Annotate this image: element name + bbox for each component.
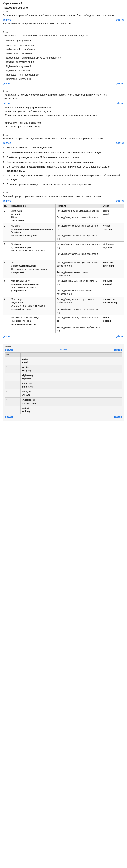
answer-num: 3	[5, 373, 21, 381]
row-answer: boring bored	[101, 208, 124, 223]
col-header-answer: Ответ	[101, 204, 124, 208]
row-sentence: Это была пугающая история. Я был напуган…	[10, 242, 55, 260]
row-num: 3	[3, 242, 10, 260]
row-rule: Речь идёт об истории, значит добавляем -…	[56, 242, 101, 260]
rule-example-ed: Я чувствую: прилагательное +ed	[5, 121, 124, 125]
watermark-5d: gdz.top	[116, 335, 124, 338]
vocab-item: embarrassing - неловкий	[4, 52, 124, 56]
answer-watermarks-bottom: gdz.top gdz.top	[5, 415, 122, 418]
step-4-watermarks: gdz.top gdz.top	[3, 142, 124, 144]
answer-val: interested interesting	[20, 381, 122, 390]
step-1-label: 1 шаг	[3, 10, 124, 13]
row-rule: Речь идёт о человеке и чувствах, значит …	[56, 260, 101, 278]
step-2-watermarks: gdz.top gdz.top	[3, 82, 124, 85]
col-header-num: №	[3, 204, 10, 208]
sentence-item: 7Ты в восторге из-за каникул? Нью-Йорк э…	[3, 182, 124, 186]
step-2-text: Познакомься со списком полезной лексики,…	[3, 34, 124, 38]
vocab-list: annoyed - раздражённый annoying - раздра…	[3, 38, 124, 81]
row-sentence: Ты в восторге из-за каникул? Нью-Йорк эт…	[10, 315, 55, 334]
answer-val: boring bored	[20, 357, 122, 365]
col-header-sentence: Предложение	[10, 204, 55, 208]
step-3: 3 шаг Познакомься с грамматическими прав…	[3, 90, 124, 128]
step-3-label: 3 шаг	[3, 90, 124, 92]
row-num: 7	[3, 315, 10, 334]
row-answer: annoying annoyed	[101, 278, 124, 297]
watermark-1a: gdz.top	[3, 18, 11, 21]
rule-example-ing: Это было: прилагательное +ing	[5, 125, 124, 129]
vocab-item: frightened - испуганный	[4, 64, 124, 68]
answer-val: frightening frightened	[20, 373, 122, 381]
step-1-watermarks: gdz.top gdz.top	[3, 18, 124, 21]
answer-num: 7	[5, 406, 21, 414]
step-5-watermarks: gdz.top gdz.top	[3, 199, 124, 202]
vocab-item: annoying - раздражающий	[4, 43, 124, 47]
table-row: 7 Ты в восторге из-за каникул? Нью-Йорк …	[3, 315, 124, 334]
sentence-item: 4Она интересуется музыкой. Она думает, ч…	[3, 160, 124, 164]
row-sentence: Моя сестра смущается. Она становится кра…	[10, 297, 55, 315]
vocab-item: frightening - пугающий	[4, 68, 124, 72]
row-answer: frightening frightened	[101, 242, 124, 260]
answer-val: worried worrying	[20, 365, 122, 373]
watermark-1b: gdz.top	[116, 18, 124, 21]
watermark-4b: gdz.top	[116, 142, 124, 144]
watermark-ans-b: gdz.top	[114, 348, 122, 351]
vocab-item: interesting - интересный	[4, 77, 124, 81]
answer-val: excited exciting	[20, 406, 122, 414]
step-3-watermarks: gdz.top gdz.top	[3, 102, 124, 104]
rule-title: Окончание -ed и -ing у прилагательных.	[5, 106, 124, 110]
answer-col-val	[20, 352, 122, 357]
watermark-3b: gdz.top	[116, 102, 124, 104]
sentence-item: 6Моя сестра смущается, когда она встреча…	[3, 174, 124, 182]
answer-row: 2 worried worrying	[5, 365, 122, 373]
watermark-4a: gdz.top	[3, 142, 11, 144]
step-5-watermarks-bottom: gdz.top gdz.top	[3, 335, 124, 338]
answer-row: 4 interested interesting	[5, 381, 122, 390]
step-2-label: 2 шаг	[3, 31, 124, 33]
watermark-ans-d: gdz.top	[114, 415, 122, 418]
sentence-item: 2Мы были взволнованы из-за пропавшей соб…	[3, 151, 124, 155]
row-answer: interested interesting	[101, 260, 124, 278]
page-title: Упражнение 2 Подробное решение	[3, 2, 124, 9]
watermark-ans-c: gdz.top	[5, 415, 13, 418]
vocab-item: interested - заинтересованный	[4, 73, 124, 77]
answer-num: 5	[5, 390, 21, 398]
row-answer: excited exciting	[101, 315, 124, 334]
watermark-2b: gdz.top	[116, 82, 124, 85]
divider-4	[3, 189, 124, 190]
watermark-ans-answer: Answer	[60, 348, 67, 351]
row-num: 4	[3, 260, 10, 278]
answer-section: Ответ gdz.top Answer gdz.top № 1 boring …	[3, 344, 124, 421]
answer-row: 1 boring bored	[5, 357, 122, 365]
step-5-text: Заполняй пропуск, руководствуясь правила…	[3, 194, 124, 198]
row-sentence: Моя собака имеет раздражающие привычки. …	[10, 278, 55, 297]
row-rule: Речь идёт о фильме, значит добавляем -in…	[56, 278, 101, 297]
answer-label: Ответ	[5, 346, 122, 348]
watermark-2a: gdz.top	[3, 82, 11, 85]
table-row: 3 Это была пугающая история. Я был напуг…	[3, 242, 124, 260]
rule-ed: Мы используем -ed чтобы описать чувства.	[5, 110, 124, 114]
main-table: № Предложение Правило Ответ 1 Игра была …	[3, 204, 124, 334]
row-num: 5	[3, 278, 10, 297]
table-row: 5 Моя собака имеет раздражающие привычки…	[3, 278, 124, 297]
answer-num: 1	[5, 357, 21, 365]
watermark-5b: gdz.top	[116, 199, 124, 202]
rule-ing: Мы используем -ing когда говорим о вещах…	[5, 113, 124, 117]
col-header-rule: Правило	[56, 204, 101, 208]
vocab-item: embarrassed - смущённый	[4, 47, 124, 51]
step-5-label: 5 шаг	[3, 191, 124, 194]
sentence-list: 1Игра была скучной. Я был заскучавшим. 2…	[3, 146, 124, 186]
row-rule: Речь идёт о чувствах, значит добавляем -…	[56, 223, 101, 242]
step-4: 4 шаг Внимательно прочитай предложения н…	[3, 134, 124, 186]
step-3-text: Познакомься с грамматическими правилами …	[3, 93, 124, 101]
step-4-label: 4 шаг	[3, 134, 124, 136]
answer-col-num: №	[5, 352, 21, 357]
step-1: 1 шаг Внимательно прочитай задание, чтоб…	[3, 10, 124, 26]
step-2: 2 шаг Познакомься со списком полезной ле…	[3, 31, 124, 85]
watermark-5a: gdz.top	[3, 199, 11, 202]
table-row: 6 Моя сестра смущается. Она становится к…	[3, 297, 124, 315]
answer-val: embarrassed embarrassing	[20, 398, 122, 406]
answer-row: 5 annoying annoyed	[5, 390, 122, 398]
row-rule: Речь идёт об игре, значит добавляем -ing…	[56, 208, 101, 223]
answer-row: 7 excited exciting	[5, 406, 122, 414]
row-num: 6	[3, 297, 10, 315]
